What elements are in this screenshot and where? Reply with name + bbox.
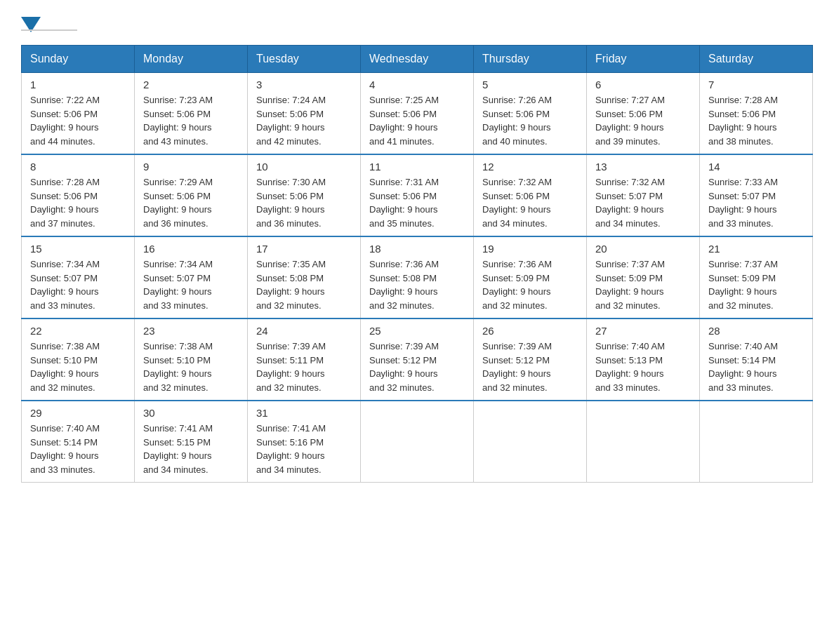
calendar-week-row: 22Sunrise: 7:38 AMSunset: 5:10 PMDayligh…	[22, 318, 813, 401]
calendar-cell: 23Sunrise: 7:38 AMSunset: 5:10 PMDayligh…	[135, 318, 248, 401]
calendar-cell: 4Sunrise: 7:25 AMSunset: 5:06 PMDaylight…	[361, 73, 474, 155]
day-info: Sunrise: 7:37 AMSunset: 5:09 PMDaylight:…	[708, 257, 804, 312]
calendar-week-row: 1Sunrise: 7:22 AMSunset: 5:06 PMDaylight…	[22, 73, 813, 155]
day-number: 7	[708, 79, 804, 90]
weekday-header-monday: Monday	[135, 46, 248, 73]
calendar-cell: 17Sunrise: 7:35 AMSunset: 5:08 PMDayligh…	[248, 236, 361, 318]
day-number: 9	[143, 161, 239, 173]
day-info: Sunrise: 7:37 AMSunset: 5:09 PMDaylight:…	[595, 257, 691, 312]
day-info: Sunrise: 7:34 AMSunset: 5:07 PMDaylight:…	[143, 257, 239, 312]
calendar-cell: 12Sunrise: 7:32 AMSunset: 5:06 PMDayligh…	[474, 154, 587, 236]
calendar-cell	[474, 401, 587, 483]
page-header	[21, 14, 813, 31]
calendar-cell: 19Sunrise: 7:36 AMSunset: 5:09 PMDayligh…	[474, 236, 587, 318]
day-info: Sunrise: 7:36 AMSunset: 5:09 PMDaylight:…	[482, 257, 578, 312]
calendar-cell	[361, 401, 474, 483]
calendar-cell	[700, 401, 813, 483]
day-number: 14	[708, 161, 804, 173]
weekday-header-saturday: Saturday	[700, 46, 813, 73]
day-number: 8	[30, 161, 126, 173]
day-info: Sunrise: 7:40 AMSunset: 5:13 PMDaylight:…	[595, 340, 691, 394]
day-number: 22	[30, 325, 126, 337]
day-info: Sunrise: 7:32 AMSunset: 5:07 PMDaylight:…	[595, 175, 691, 230]
calendar-cell: 1Sunrise: 7:22 AMSunset: 5:06 PMDaylight…	[22, 73, 135, 155]
calendar-cell: 22Sunrise: 7:38 AMSunset: 5:10 PMDayligh…	[22, 318, 135, 401]
day-info: Sunrise: 7:30 AMSunset: 5:06 PMDaylight:…	[256, 175, 352, 230]
calendar-cell: 30Sunrise: 7:41 AMSunset: 5:15 PMDayligh…	[135, 401, 248, 483]
day-info: Sunrise: 7:27 AMSunset: 5:06 PMDaylight:…	[595, 93, 691, 148]
day-number: 29	[30, 407, 126, 419]
calendar-cell: 7Sunrise: 7:28 AMSunset: 5:06 PMDaylight…	[700, 73, 813, 155]
day-info: Sunrise: 7:41 AMSunset: 5:15 PMDaylight:…	[143, 422, 239, 476]
day-info: Sunrise: 7:40 AMSunset: 5:14 PMDaylight:…	[30, 422, 126, 476]
day-number: 18	[369, 243, 465, 255]
calendar-cell: 31Sunrise: 7:41 AMSunset: 5:16 PMDayligh…	[248, 401, 361, 483]
calendar-cell: 24Sunrise: 7:39 AMSunset: 5:11 PMDayligh…	[248, 318, 361, 401]
calendar-cell: 20Sunrise: 7:37 AMSunset: 5:09 PMDayligh…	[587, 236, 700, 318]
day-number: 28	[708, 325, 804, 337]
calendar-cell: 27Sunrise: 7:40 AMSunset: 5:13 PMDayligh…	[587, 318, 700, 401]
calendar-table: SundayMondayTuesdayWednesdayThursdayFrid…	[21, 45, 813, 483]
calendar-cell: 25Sunrise: 7:39 AMSunset: 5:12 PMDayligh…	[361, 318, 474, 401]
day-number: 21	[708, 243, 804, 255]
calendar-cell: 29Sunrise: 7:40 AMSunset: 5:14 PMDayligh…	[22, 401, 135, 483]
day-info: Sunrise: 7:34 AMSunset: 5:07 PMDaylight:…	[30, 257, 126, 312]
day-number: 11	[369, 161, 465, 173]
day-number: 3	[256, 79, 352, 90]
calendar-cell: 8Sunrise: 7:28 AMSunset: 5:06 PMDaylight…	[22, 154, 135, 236]
day-info: Sunrise: 7:26 AMSunset: 5:06 PMDaylight:…	[482, 93, 578, 148]
weekday-header-friday: Friday	[587, 46, 700, 73]
day-info: Sunrise: 7:40 AMSunset: 5:14 PMDaylight:…	[708, 340, 804, 394]
calendar-week-row: 15Sunrise: 7:34 AMSunset: 5:07 PMDayligh…	[22, 236, 813, 318]
day-info: Sunrise: 7:33 AMSunset: 5:07 PMDaylight:…	[708, 175, 804, 230]
day-info: Sunrise: 7:25 AMSunset: 5:06 PMDaylight:…	[369, 93, 465, 148]
logo	[21, 14, 80, 31]
calendar-cell: 11Sunrise: 7:31 AMSunset: 5:06 PMDayligh…	[361, 154, 474, 236]
day-info: Sunrise: 7:23 AMSunset: 5:06 PMDaylight:…	[143, 93, 239, 148]
day-info: Sunrise: 7:41 AMSunset: 5:16 PMDaylight:…	[256, 422, 352, 476]
day-number: 13	[595, 161, 691, 173]
day-info: Sunrise: 7:35 AMSunset: 5:08 PMDaylight:…	[256, 257, 352, 312]
day-number: 25	[369, 325, 465, 337]
day-info: Sunrise: 7:29 AMSunset: 5:06 PMDaylight:…	[143, 175, 239, 230]
calendar-cell: 6Sunrise: 7:27 AMSunset: 5:06 PMDaylight…	[587, 73, 700, 155]
day-info: Sunrise: 7:22 AMSunset: 5:06 PMDaylight:…	[30, 93, 126, 148]
calendar-cell: 15Sunrise: 7:34 AMSunset: 5:07 PMDayligh…	[22, 236, 135, 318]
day-number: 19	[482, 243, 578, 255]
weekday-header-row: SundayMondayTuesdayWednesdayThursdayFrid…	[22, 46, 813, 73]
calendar-week-row: 29Sunrise: 7:40 AMSunset: 5:14 PMDayligh…	[22, 401, 813, 483]
calendar-week-row: 8Sunrise: 7:28 AMSunset: 5:06 PMDaylight…	[22, 154, 813, 236]
day-number: 4	[369, 79, 465, 90]
day-number: 17	[256, 243, 352, 255]
day-info: Sunrise: 7:31 AMSunset: 5:06 PMDaylight:…	[369, 175, 465, 230]
calendar-cell: 28Sunrise: 7:40 AMSunset: 5:14 PMDayligh…	[700, 318, 813, 401]
day-number: 20	[595, 243, 691, 255]
calendar-cell: 9Sunrise: 7:29 AMSunset: 5:06 PMDaylight…	[135, 154, 248, 236]
day-info: Sunrise: 7:28 AMSunset: 5:06 PMDaylight:…	[708, 93, 804, 148]
day-number: 10	[256, 161, 352, 173]
calendar-cell: 26Sunrise: 7:39 AMSunset: 5:12 PMDayligh…	[474, 318, 587, 401]
day-number: 15	[30, 243, 126, 255]
weekday-header-tuesday: Tuesday	[248, 46, 361, 73]
day-number: 27	[595, 325, 691, 337]
calendar-cell: 16Sunrise: 7:34 AMSunset: 5:07 PMDayligh…	[135, 236, 248, 318]
day-number: 26	[482, 325, 578, 337]
day-number: 2	[143, 79, 239, 90]
calendar-cell: 5Sunrise: 7:26 AMSunset: 5:06 PMDaylight…	[474, 73, 587, 155]
day-number: 30	[143, 407, 239, 419]
day-number: 6	[595, 79, 691, 90]
day-number: 23	[143, 325, 239, 337]
day-number: 5	[482, 79, 578, 90]
day-info: Sunrise: 7:24 AMSunset: 5:06 PMDaylight:…	[256, 93, 352, 148]
calendar-cell: 13Sunrise: 7:32 AMSunset: 5:07 PMDayligh…	[587, 154, 700, 236]
calendar-cell: 18Sunrise: 7:36 AMSunset: 5:08 PMDayligh…	[361, 236, 474, 318]
day-info: Sunrise: 7:32 AMSunset: 5:06 PMDaylight:…	[482, 175, 578, 230]
calendar-cell: 3Sunrise: 7:24 AMSunset: 5:06 PMDaylight…	[248, 73, 361, 155]
day-info: Sunrise: 7:39 AMSunset: 5:12 PMDaylight:…	[482, 340, 578, 394]
day-info: Sunrise: 7:36 AMSunset: 5:08 PMDaylight:…	[369, 257, 465, 312]
calendar-body: 1Sunrise: 7:22 AMSunset: 5:06 PMDaylight…	[22, 73, 813, 483]
day-number: 12	[482, 161, 578, 173]
calendar-cell: 21Sunrise: 7:37 AMSunset: 5:09 PMDayligh…	[700, 236, 813, 318]
calendar-header: SundayMondayTuesdayWednesdayThursdayFrid…	[22, 46, 813, 73]
day-info: Sunrise: 7:39 AMSunset: 5:11 PMDaylight:…	[256, 340, 352, 394]
